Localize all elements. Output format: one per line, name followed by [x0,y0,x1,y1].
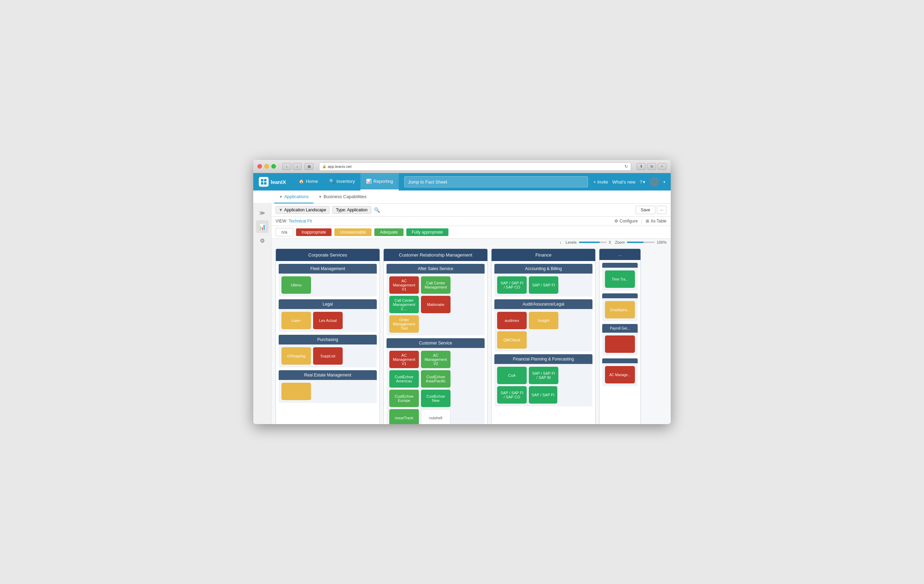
tile-sap-fi-bi[interactable]: SAP / SAP FI / SAP BI [529,367,558,384]
invite-label: + Invite [594,179,608,184]
configure-button[interactable]: ⚙ Configure [614,219,638,224]
tab-overview-button[interactable]: ▦ [304,163,314,170]
nav-inventory[interactable]: 🔍 Inventory [323,173,360,191]
col-partial: ... Time Tra... EmpAp [599,248,641,424]
logo-text: leanIX [271,179,286,185]
tile-order-mgmt[interactable]: Order Management Tool [389,315,419,333]
section-financial-planning: Financial Planning & Forecasting CoA SAP… [494,354,592,406]
tile-custechoe-asia[interactable]: CustEchoe Asia/Pacific [421,370,450,388]
type-filter[interactable]: Type: Application [332,206,371,214]
sidebar-expand[interactable]: ≫ [256,206,269,219]
toolbar: ▼ Application Landscape Type: Applicatio… [271,204,671,217]
section-purchasing-body: eShopping SuppList [279,344,377,367]
tile-custechoe-new[interactable]: CustEchoe New [421,390,450,407]
address-bar[interactable]: 🔒 app.leanix.net ↻ [319,162,631,171]
tile-issuetrack[interactable]: issueTrack [389,409,419,424]
more-button[interactable]: ··· [657,206,667,214]
back-button[interactable]: ‹ [282,163,291,170]
landscape-area[interactable]: Corporate Services Fleet Management Ulti… [271,246,671,424]
close-button[interactable] [257,164,262,169]
legend-na[interactable]: n/a [276,228,293,236]
tab-business-capabilities[interactable]: ▼ Business Capabilities [314,191,371,203]
tile-mailsnake[interactable]: Mailsnake [421,296,450,313]
tile-empappra[interactable]: EmpAppra... [605,301,635,318]
section-partial-4: AC Manage... [602,359,638,386]
section-partial-4-body: AC Manage... [602,363,638,386]
tile-law-plus[interactable]: Law+ [281,312,311,329]
levels-slider[interactable] [579,242,607,243]
new-tab-button[interactable]: ⧉ [647,163,656,170]
tile-audimex[interactable]: audimex [497,312,527,329]
tile-ac-mgmt-v1-2[interactable]: AC Management V1 [389,351,419,368]
col-crm: Customer Relationship Management After S… [383,248,488,424]
sub-navbar: ▼ Applications ▼ Business Capabilities [253,191,671,204]
add-tab-button[interactable]: + [658,163,667,170]
tile-ac-mgmt-v1-1[interactable]: AC Management V1 [389,276,419,294]
logo-area: leanIX [259,177,286,187]
tile-ac-mgmt-v2[interactable]: AC Management V2 [421,351,450,368]
user-avatar[interactable] [650,177,659,187]
share-button[interactable]: ⬆ [637,163,646,170]
tile-nutshell[interactable]: nutshell [421,409,450,424]
tile-call-center-2[interactable]: Call Center Management 2.... [389,296,419,313]
nav-inventory-label: Inventory [337,179,355,184]
help-button[interactable]: ? ▾ [640,179,645,184]
tab-applications[interactable]: ▼ Applications [274,191,314,203]
col-corporate-services-body: Fleet Management Ultimo Legal Law+ Lex A… [276,261,380,406]
save-button[interactable]: Save [635,206,655,214]
legend-inappropriate[interactable]: Inappropriate [296,229,332,236]
tile-sap-fi-2[interactable]: SAP / SAP FI [529,386,557,404]
nav-reporting-label: Reporting [373,179,393,184]
zoom-slider[interactable] [627,242,655,243]
invite-button[interactable]: + Invite [594,179,608,184]
col-finance-body: Accounting & Billing SAP / SAP FI / SAP … [492,261,595,409]
legend-unreasonable[interactable]: Unreasonable [334,229,371,236]
svg-rect-3 [264,182,266,184]
sidebar-chart[interactable]: 📊 [256,220,269,233]
tile-custechoe-americas[interactable]: CustEchoe Americas [389,370,419,388]
section-partial-3-header: Payroll Ger... [602,324,638,333]
tile-ultimo[interactable]: Ultimo [281,276,311,294]
tile-sap-fi-co[interactable]: SAP / SAP FI / SAP CO [497,276,527,294]
search-button[interactable]: 🔍 [374,207,380,213]
col-crm-body: After Sales Service AC Management V1 Cal… [384,261,487,424]
nav-search[interactable]: Jump to Fact Sheet [404,176,588,188]
tile-custechoe-europe[interactable]: CustEchoe Europe [389,390,419,407]
sort-button[interactable]: ↕ [559,240,561,244]
tile-coa[interactable]: CoA [497,367,527,384]
whats-new-button[interactable]: What's new [612,179,635,184]
nav-reporting[interactable]: 📊 Reporting [360,173,398,191]
sidebar-filter[interactable]: ⚙ [256,234,269,247]
section-customer-service: Customer Service AC Management V1 AC Man… [386,338,485,424]
section-partial-3: Payroll Ger... [602,324,638,355]
maximize-button[interactable] [271,164,276,169]
tile-sap-fi-co-2[interactable]: SAP / SAP FI / SAP CO [497,386,527,404]
whats-new-label: What's new [612,179,635,184]
view-value[interactable]: Technical Fit [289,219,312,224]
section-fp-body: CoA SAP / SAP FI / SAP BI SAP / SAP FI /… [494,364,592,406]
filter-badge[interactable]: ▼ Application Landscape [276,206,330,214]
tile-lex-actual[interactable]: Lex Actual [313,312,343,329]
tile-supplist[interactable]: SuppList [313,347,343,365]
filter-label: Application Landscape [284,207,326,212]
tile-call-center[interactable]: Call Center Management [421,276,450,294]
section-partial-3-body [602,333,638,355]
minimize-button[interactable] [264,164,269,169]
legend-adequate[interactable]: Adequate [375,229,403,236]
tile-qmcheck[interactable]: QMCheck [497,331,527,349]
gear-icon: ⚙ [614,219,618,224]
tile-time-tra[interactable]: Time Tra... [605,270,635,288]
svg-rect-2 [261,182,263,184]
legend-fully[interactable]: Fully appropriate [406,229,449,236]
tile-sap-fi[interactable]: SAP / SAP FI [529,276,558,294]
section-audit-body: audimex Insight QMCheck [494,309,592,352]
tile-real-1[interactable] [281,383,311,400]
tile-eshopping[interactable]: eShopping [281,347,311,365]
reload-button[interactable]: ↻ [624,164,628,169]
forward-button[interactable]: › [292,163,302,170]
tile-payroll[interactable] [605,336,635,353]
nav-home[interactable]: 🏠 Home [293,173,323,191]
tile-ac-partial[interactable]: AC Manage... [605,366,635,383]
as-table-button[interactable]: ⊞ As Table [646,219,667,224]
tile-insight[interactable]: Insight [529,312,558,329]
